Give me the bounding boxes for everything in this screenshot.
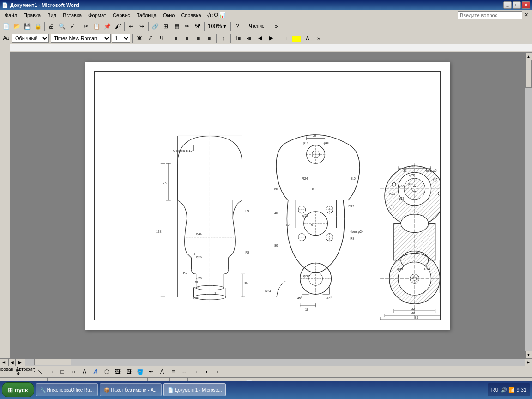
- outside-border-button[interactable]: □: [280, 33, 290, 43]
- copy-button[interactable]: 📋: [91, 21, 102, 31]
- oval-button[interactable]: ○: [68, 367, 79, 377]
- menu-view[interactable]: Вид: [44, 11, 59, 20]
- 3d-button[interactable]: ▫: [212, 367, 223, 377]
- line-button[interactable]: ＼: [35, 367, 45, 377]
- page-nav-2[interactable]: ▶: [17, 359, 24, 366]
- document-area[interactable]: φ44 φ26 φ26 φ32 φ50 75: [10, 53, 525, 358]
- help-button[interactable]: ?: [232, 21, 242, 31]
- increase-indent-button[interactable]: ▶: [266, 33, 276, 43]
- hscroll-track[interactable]: [25, 359, 525, 366]
- permission-button[interactable]: 🔒: [33, 21, 43, 31]
- menu-format[interactable]: Формат: [85, 11, 109, 20]
- menu-help[interactable]: Справка: [178, 11, 204, 20]
- taskbar-item-1[interactable]: 🔧 ИнженеркаOffice Ru...: [36, 383, 98, 396]
- align-left-button[interactable]: ≡: [171, 33, 181, 43]
- help-search-input[interactable]: [458, 11, 522, 19]
- new-button[interactable]: 📄: [1, 21, 11, 31]
- doc-map-button[interactable]: 🗺: [193, 21, 203, 31]
- drawing-button[interactable]: ✏: [182, 21, 192, 31]
- hscroll-thumb[interactable]: [34, 359, 71, 365]
- sep-fmt2: [169, 34, 169, 43]
- scroll-down-button[interactable]: ▼: [525, 351, 532, 358]
- taskbar-item-2[interactable]: 📦 Пакет без имени - А...: [100, 383, 162, 396]
- format-painter-button[interactable]: 🖌: [113, 21, 123, 31]
- vertical-scrollbar[interactable]: ▲ ▼: [525, 53, 532, 358]
- redo-button[interactable]: ↪: [137, 21, 147, 31]
- save-button[interactable]: 💾: [22, 21, 32, 31]
- scroll-thumb[interactable]: [525, 60, 532, 88]
- tray-lang: RU: [491, 387, 499, 393]
- page-nav-1[interactable]: ◀: [8, 359, 16, 366]
- maximize-button[interactable]: □: [513, 1, 521, 9]
- italic-button[interactable]: К: [145, 33, 156, 43]
- standard-toolbar: 📄 📂 💾 🔒 🖨 🔍 ✓ ✂ 📋 📌 🖌 ↩ ↪ 🔗 ⊞ ▦ ✏ 🗺 100%…: [0, 20, 532, 32]
- line-color-button[interactable]: ✒: [146, 367, 156, 377]
- taskbar-item-1-icon: 🔧: [40, 387, 46, 393]
- autoshapes-button[interactable]: Автофигуры ▼: [24, 367, 34, 377]
- diagram-button[interactable]: ⬡: [102, 367, 112, 377]
- spell-check-button[interactable]: ✓: [67, 21, 78, 31]
- picture-button[interactable]: 🖼: [124, 367, 134, 377]
- bold-button[interactable]: Ж: [134, 33, 145, 43]
- cut-button[interactable]: ✂: [81, 21, 91, 31]
- print-preview-button[interactable]: 🔍: [57, 21, 67, 31]
- line-style-button[interactable]: ≡: [168, 367, 178, 377]
- print-button[interactable]: 🖨: [46, 21, 56, 31]
- svg-text:R55: R55: [389, 192, 395, 195]
- menu-edit[interactable]: Правка: [21, 11, 43, 20]
- align-right-button[interactable]: ≡: [193, 33, 203, 43]
- menu-window[interactable]: Окно: [160, 11, 178, 20]
- font-dropdown[interactable]: Times New Roman: [51, 34, 111, 43]
- columns-button[interactable]: ▦: [171, 21, 181, 31]
- svg-text:85: 85: [415, 316, 418, 319]
- arrow-button[interactable]: →: [46, 367, 56, 377]
- menu-tools[interactable]: Сервис: [110, 11, 133, 20]
- drawing-menu-button[interactable]: Рисование ▼: [2, 367, 12, 377]
- hscroll-right-button[interactable]: ▶: [525, 359, 532, 366]
- hyperlink-button[interactable]: 🔗: [150, 21, 160, 31]
- reading-button[interactable]: Чтение: [243, 21, 271, 31]
- scroll-track[interactable]: [525, 60, 532, 351]
- arrow-style-button[interactable]: →: [190, 367, 200, 377]
- font-color-button[interactable]: A: [302, 33, 313, 43]
- underline-button[interactable]: Ч: [157, 33, 167, 43]
- svg-text:R5: R5: [192, 252, 196, 255]
- fill-color-button[interactable]: 🪣: [135, 367, 145, 377]
- style-dropdown[interactable]: Обычный: [12, 34, 49, 43]
- menu-table[interactable]: Таблица: [134, 11, 159, 20]
- rect-button[interactable]: □: [57, 367, 67, 377]
- paste-button[interactable]: 📌: [102, 21, 112, 31]
- svg-text:R17: R17: [416, 252, 422, 255]
- wordart-button[interactable]: A: [91, 367, 101, 377]
- scroll-up-button[interactable]: ▲: [525, 53, 532, 60]
- close-button[interactable]: ✕: [522, 1, 530, 9]
- dash-style-button[interactable]: --: [179, 367, 189, 377]
- minimize-button[interactable]: _: [503, 1, 512, 9]
- shadow-button[interactable]: ▪: [201, 367, 212, 377]
- svg-text:φ46: φ46: [399, 185, 404, 188]
- open-button[interactable]: 📂: [12, 21, 22, 31]
- menu-file[interactable]: Файл: [2, 11, 20, 20]
- align-justify-button[interactable]: ≡: [204, 33, 214, 43]
- highlight-button[interactable]: [291, 36, 302, 42]
- font-color-btn2[interactable]: A: [157, 367, 167, 377]
- start-button[interactable]: ⊞ пуск: [2, 382, 34, 397]
- decrease-indent-button[interactable]: ◀: [255, 33, 265, 43]
- textbox-button[interactable]: A: [79, 367, 90, 377]
- menu-insert[interactable]: Вставка: [60, 11, 85, 20]
- undo-button[interactable]: ↩: [126, 21, 136, 31]
- numbered-list-button[interactable]: 1≡: [233, 33, 243, 43]
- size-dropdown[interactable]: 1: [112, 34, 130, 43]
- bullet-list-button[interactable]: •≡: [244, 33, 254, 43]
- taskbar-item-3[interactable]: 📄 Документ1 - Microso...: [163, 383, 226, 396]
- line-spacing-button[interactable]: ↕: [218, 33, 229, 43]
- more-fmt-button[interactable]: »: [314, 33, 324, 43]
- clipart-button[interactable]: 🖼: [113, 367, 123, 377]
- more-button[interactable]: »: [271, 21, 281, 31]
- align-center-button[interactable]: ≡: [182, 33, 192, 43]
- zoom-btn[interactable]: 100% ▼: [206, 21, 229, 31]
- horizontal-scrollbar[interactable]: ◀ ◀ ▶ ▶: [0, 358, 532, 366]
- help-close-button[interactable]: ✕: [522, 12, 530, 18]
- table-button[interactable]: ⊞: [161, 21, 171, 31]
- hscroll-left-button[interactable]: ◀: [0, 359, 7, 366]
